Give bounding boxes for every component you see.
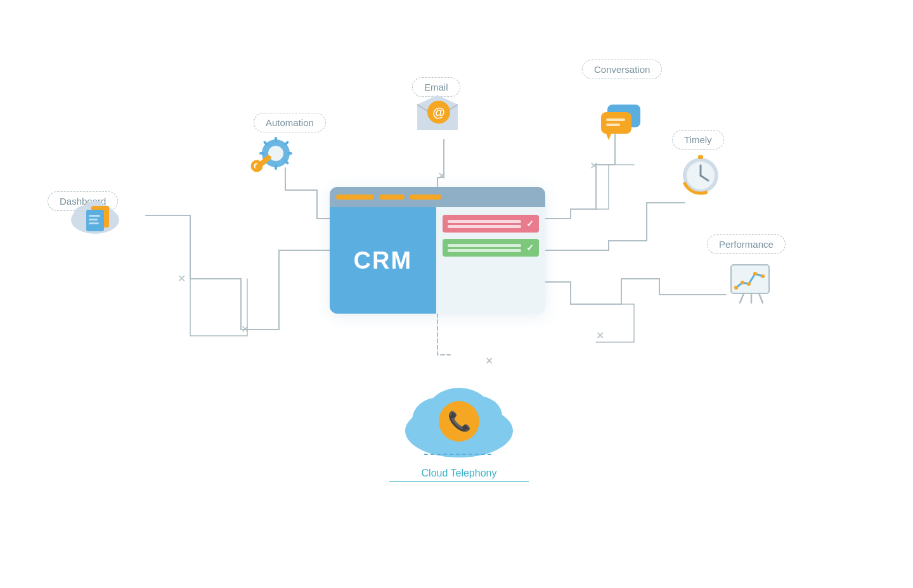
svg-rect-25 [601, 112, 631, 134]
header-bar-2 [379, 195, 405, 200]
line-2 [448, 225, 521, 228]
checkmark-1: ✓ [526, 219, 534, 229]
crm-card: CRM ✓ ✓ [330, 187, 545, 314]
email-icon: @ [412, 92, 463, 142]
svg-rect-27 [606, 118, 625, 121]
timely-label: Timely [672, 130, 724, 150]
conversation-label: Conversation [582, 60, 662, 79]
x-marker-5: ✕ [596, 329, 604, 342]
line-3 [448, 244, 521, 247]
timely-icon [675, 149, 726, 202]
crm-card-body: CRM ✓ ✓ [330, 207, 545, 314]
svg-rect-11 [275, 137, 277, 142]
header-bar-1 [336, 195, 374, 200]
svg-rect-6 [89, 215, 100, 217]
svg-line-41 [740, 293, 744, 303]
svg-point-37 [741, 281, 744, 284]
crm-label: CRM [330, 207, 436, 314]
performance-label: Performance [707, 234, 786, 254]
header-bar-3 [410, 195, 441, 200]
svg-point-39 [753, 272, 757, 276]
svg-marker-26 [606, 134, 611, 140]
svg-rect-34 [698, 155, 703, 159]
crm-row-2: ✓ [443, 239, 539, 257]
svg-rect-28 [606, 124, 620, 126]
svg-rect-14 [287, 152, 292, 155]
checkmark-2: ✓ [526, 243, 534, 253]
svg-line-42 [759, 293, 763, 303]
line-4 [448, 249, 521, 252]
x-marker-6: ✕ [485, 355, 493, 367]
x-marker-3: ✕ [437, 170, 446, 182]
svg-point-40 [761, 274, 765, 278]
svg-rect-13 [259, 152, 264, 155]
dashboard-icon [63, 187, 127, 240]
svg-rect-12 [275, 165, 277, 170]
x-marker-4: ✕ [590, 160, 598, 172]
line-1 [448, 220, 521, 223]
x-marker-1: ✕ [178, 272, 186, 284]
svg-rect-8 [89, 222, 99, 224]
svg-rect-7 [89, 219, 98, 220]
crm-card-header [330, 187, 545, 207]
telephony-label: Cloud Telephony [389, 468, 529, 482]
svg-text:@: @ [432, 105, 445, 119]
main-canvas: ✕ ✕ ✕ ✕ ✕ ✕ Dashboard Automation [0, 0, 913, 588]
telephony-icon: 📞 [389, 371, 529, 462]
automation-icon [247, 127, 298, 180]
svg-point-36 [734, 286, 738, 290]
performance-icon [726, 260, 777, 310]
crm-row-2-lines [448, 244, 521, 252]
crm-right-panel: ✓ ✓ [436, 207, 545, 314]
svg-text:📞: 📞 [448, 410, 472, 433]
conversation-icon [596, 98, 647, 148]
crm-row-1-lines [448, 220, 521, 228]
x-marker-2: ✕ [241, 323, 249, 335]
crm-row-1: ✓ [443, 215, 539, 233]
svg-point-38 [747, 282, 751, 286]
